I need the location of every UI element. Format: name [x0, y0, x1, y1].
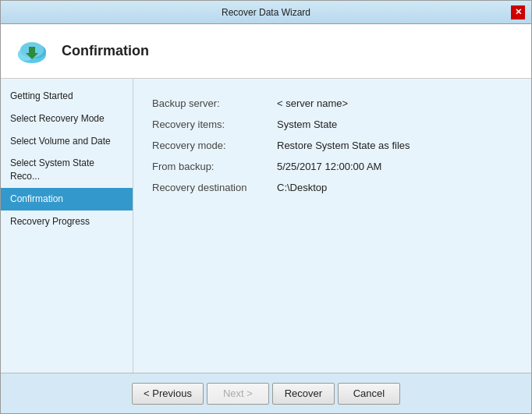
info-label: Recovery destination	[152, 182, 277, 193]
close-button[interactable]: ✕	[511, 5, 525, 19]
title-bar: Recover Data Wizard ✕	[1, 1, 531, 24]
info-row: Backup server:< server name>	[152, 97, 512, 109]
page-title: Confirmation	[62, 43, 149, 59]
wizard-content: Getting StartedSelect Recovery ModeSelec…	[1, 79, 531, 373]
confirmation-table: Backup server:< server name>Recovery ite…	[152, 97, 512, 193]
info-value: Restore System State as files	[277, 140, 410, 151]
info-value: C:\Desktop	[277, 182, 327, 193]
sidebar-item[interactable]: Select System State Reco...	[1, 152, 133, 188]
info-value: 5/25/2017 12:00:00 AM	[277, 161, 381, 172]
next-button[interactable]: Next >	[207, 383, 269, 405]
wizard-footer: < Previous Next > Recover Cancel	[1, 373, 531, 413]
window-title: Recover Data Wizard	[21, 7, 511, 18]
info-value: System State	[277, 119, 337, 130]
info-label: Backup server:	[152, 97, 277, 109]
info-row: Recovery mode:Restore System State as fi…	[152, 140, 512, 151]
previous-button[interactable]: < Previous	[132, 383, 204, 405]
wizard-icon	[13, 33, 51, 70]
wizard-window: Recover Data Wizard ✕ Confirmation Getti…	[0, 0, 532, 414]
recover-button[interactable]: Recover	[272, 383, 335, 405]
info-row: Recovery items:System State	[152, 119, 512, 130]
main-panel: Backup server:< server name>Recovery ite…	[133, 79, 531, 373]
info-row: Recovery destinationC:\Desktop	[152, 182, 512, 193]
sidebar-item[interactable]: Select Volume and Date	[1, 130, 133, 153]
info-label: Recovery items:	[152, 119, 277, 130]
wizard-header: Confirmation	[1, 24, 531, 79]
cancel-button[interactable]: Cancel	[338, 383, 400, 405]
info-label: Recovery mode:	[152, 140, 277, 151]
sidebar-item[interactable]: Select Recovery Mode	[1, 108, 133, 130]
info-value: < server name>	[277, 97, 348, 109]
info-row: From backup:5/25/2017 12:00:00 AM	[152, 161, 512, 172]
info-label: From backup:	[152, 161, 277, 172]
sidebar-item[interactable]: Getting Started	[1, 85, 133, 108]
sidebar-item[interactable]: Confirmation	[1, 188, 133, 211]
wizard-sidebar: Getting StartedSelect Recovery ModeSelec…	[1, 79, 133, 373]
sidebar-item[interactable]: Recovery Progress	[1, 211, 133, 233]
